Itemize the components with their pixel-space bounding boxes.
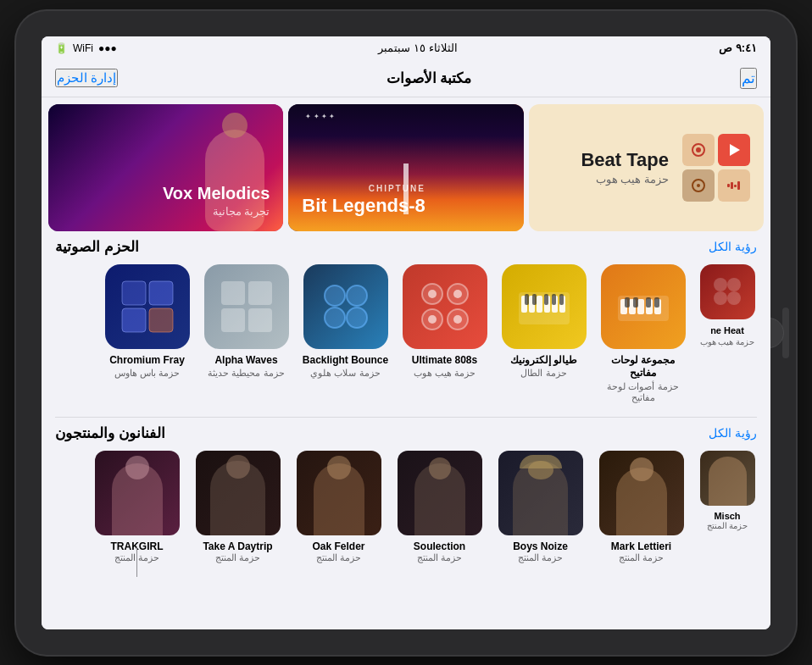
artist-type-soulection: حزمة المنتج — [417, 552, 462, 563]
vox-text: Vox Melodics تجربة مجانية — [163, 183, 270, 218]
cellular-icon: ●●● — [98, 42, 117, 54]
artists-see-all[interactable]: رؤية الكل — [709, 426, 757, 440]
svg-rect-21 — [646, 297, 651, 308]
vox-subtitle: تجربة مجانية — [163, 205, 270, 218]
artist-item-misch[interactable]: Misch حزمة المنتج — [698, 451, 757, 563]
svg-point-45 — [325, 308, 345, 328]
pack-name-808: Ultimate 808s — [412, 354, 477, 368]
8bit-title: 8-Bit Legends — [302, 195, 425, 217]
svg-rect-34 — [559, 294, 564, 305]
artist-name-oak: Oak Felder — [312, 540, 364, 552]
icon-cell-2 — [682, 134, 715, 166]
svg-point-8 — [697, 184, 700, 187]
artist-type-misch: حزمة المنتج — [707, 521, 748, 530]
done-button[interactable]: تم — [740, 68, 757, 89]
pack-icon-backlight — [303, 264, 388, 349]
status-icons: ●●● WiFi 🔋 — [55, 42, 117, 54]
wifi-icon: WiFi — [73, 42, 93, 54]
artist-type-boys: حزمة المنتج — [518, 552, 563, 563]
icon-cell-1 — [718, 134, 750, 166]
artist-name-soulection: Soulection — [414, 540, 465, 552]
hero-item-vox[interactable]: Vox Melodics تجربة مجانية — [48, 104, 283, 231]
packs-see-all[interactable]: رؤية الكل — [709, 240, 757, 253]
packs-section-header: رؤية الكل الحزم الصوتية — [42, 231, 770, 261]
artist-type-take: حزمة المنتج — [215, 552, 260, 563]
battery-icon: 🔋 — [55, 42, 68, 54]
pack-item-keyboard1[interactable]: مجموعة لوحات مفاتيح حزمة أصوات لوحة مفات… — [598, 264, 687, 403]
pack-type-backlight: حزمة سلاب هلوي — [310, 368, 380, 379]
pack-type-keyboard1: حزمة أصوات لوحة مفاتيح — [598, 381, 687, 403]
svg-rect-4 — [731, 182, 733, 189]
page-title: مكتبة الأصوات — [387, 69, 472, 87]
svg-rect-52 — [149, 281, 173, 305]
pack-name-alpha: Alpha Waves — [214, 354, 277, 368]
svg-rect-47 — [221, 281, 245, 305]
svg-point-9 — [714, 278, 727, 291]
pack-item-heat[interactable]: ne Heat حزمة هيب هوب — [698, 264, 757, 403]
pack-icon-chromium — [105, 264, 190, 349]
artist-item-trakgirl[interactable]: TRAKGIRL حزمة المنتج — [92, 451, 181, 563]
pack-name-chromium: Chromium Fray — [109, 354, 185, 368]
svg-rect-19 — [625, 297, 630, 308]
svg-point-44 — [347, 285, 367, 306]
8bit-text: CHIPTUNE 8-Bit Legends — [302, 184, 425, 217]
pack-item-backlight[interactable]: Backlight Bounce حزمة سلاب هلوي — [301, 264, 390, 403]
stars: ✦ ✦ ✦ ✦ — [305, 113, 335, 120]
pack-name-keyboard1: مجموعة لوحات مفاتيح — [598, 354, 687, 380]
artist-photo-soulection — [398, 451, 482, 535]
artist-type-oak: حزمة المنتج — [316, 552, 361, 563]
beat-tape-subtitle: حزمة هيب هوب — [581, 173, 669, 186]
pack-item-keyboard2[interactable]: طيالو إلكترونيك حزمة الطال — [499, 264, 588, 403]
svg-rect-3 — [727, 184, 730, 187]
artists-section-title: الفنانون والمنتجون — [55, 424, 165, 442]
svg-point-43 — [325, 285, 345, 306]
ipad-screen: ٩:٤١ ص الثلاثاء ١٥ سبتمبر ●●● WiFi 🔋 تم … — [42, 36, 770, 629]
artist-item-oak[interactable]: Oak Felder حزمة المنتج — [294, 451, 383, 563]
svg-rect-5 — [734, 185, 737, 187]
packs-scroll: ne Heat حزمة هيب هوب — [42, 261, 770, 417]
manage-packs-button[interactable]: إدارة الحزم — [55, 69, 118, 87]
svg-rect-30 — [525, 294, 529, 305]
artists-section-header: رؤية الكل الفنانون والمنتجون — [42, 418, 770, 447]
artist-type-trakgirl: حزمة المنتج — [114, 552, 159, 563]
pack-item-808[interactable]: Ultimate 808s حزمة هيب هوب — [400, 264, 489, 403]
pack-type-keyboard2: حزمة الطال — [520, 368, 566, 379]
pack-name-heat: ne Heat — [710, 324, 744, 336]
svg-rect-20 — [633, 297, 638, 308]
main-content: Beat Tape حزمة هيب هوب ✦ ✦ ✦ ✦ CHIPTUNE … — [42, 97, 770, 629]
artist-name-trakgirl: TRAKGIRL — [111, 540, 164, 552]
pack-icon-keyboard1 — [601, 264, 686, 349]
artist-item-boys[interactable]: Boys Noize حزمة المنتج — [496, 451, 585, 563]
artist-photo-trakgirl — [95, 451, 180, 535]
svg-point-46 — [347, 308, 367, 328]
artist-name-boys: Boys Noize — [513, 540, 568, 552]
artists-scroll: Misch حزمة المنتج Mark Lettieri حزمة الم… — [42, 447, 770, 577]
svg-rect-31 — [532, 294, 537, 305]
pack-item-chromium[interactable]: Chromium Fray حزمة باس هاوس — [103, 264, 192, 403]
8bit-badge: CHIPTUNE — [302, 184, 425, 193]
artist-name-mark: Mark Lettieri — [611, 540, 671, 552]
pack-icon-keyboard2 — [502, 264, 587, 349]
hero-item-beat-tape[interactable]: Beat Tape حزمة هيب هوب — [529, 104, 764, 231]
pack-item-alpha[interactable]: Alpha Waves حزمة محيطية حديثة — [202, 264, 291, 403]
svg-rect-6 — [737, 181, 740, 190]
beat-tape-text: Beat Tape حزمة هيب هوب — [581, 149, 669, 186]
packs-section-title: الحزم الصوتية — [55, 238, 139, 256]
svg-rect-26 — [537, 296, 542, 313]
svg-rect-54 — [149, 308, 173, 332]
beat-tape-icon-grid — [682, 134, 750, 202]
hero-item-8bit[interactable]: ✦ ✦ ✦ ✦ CHIPTUNE 8-Bit Legends — [288, 104, 523, 231]
status-date: الثلاثاء ١٥ سبتمبر — [378, 42, 457, 54]
svg-rect-49 — [221, 308, 245, 332]
svg-rect-33 — [552, 294, 556, 305]
svg-rect-16 — [637, 299, 644, 314]
svg-rect-50 — [248, 308, 272, 332]
svg-point-2 — [696, 147, 701, 152]
pack-icon-alpha — [204, 264, 289, 349]
svg-point-10 — [727, 278, 741, 291]
artist-item-soulection[interactable]: Soulection حزمة المنتج — [395, 451, 484, 563]
artist-name-take: Take A Daytrip — [203, 540, 272, 552]
artist-item-mark[interactable]: Mark Lettieri حزمة المنتج — [597, 451, 686, 563]
artist-item-take[interactable]: Take A Daytrip حزمة المنتج — [193, 451, 282, 563]
svg-rect-32 — [544, 294, 548, 305]
